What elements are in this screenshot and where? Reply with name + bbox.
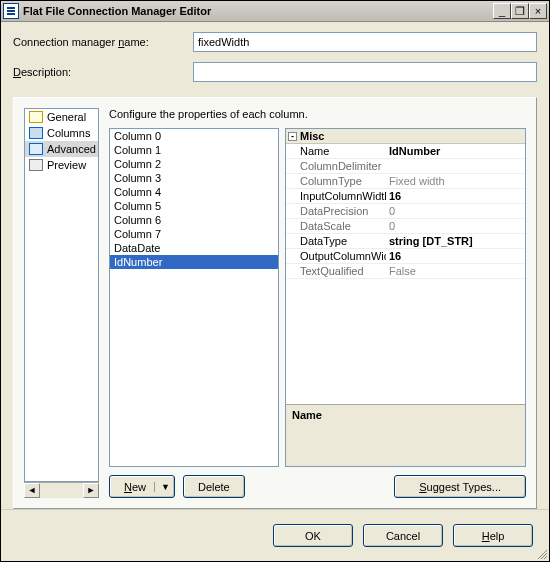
nav-item-label: Preview <box>47 159 86 171</box>
list-item[interactable]: Column 4 <box>110 185 278 199</box>
list-item[interactable]: Column 6 <box>110 213 278 227</box>
nav-item-advanced[interactable]: Advanced <box>25 141 98 157</box>
prop-key: TextQualified <box>286 264 386 278</box>
resize-grip[interactable] <box>535 547 547 559</box>
prop-key: ColumnType <box>286 174 386 188</box>
list-item[interactable]: Column 3 <box>110 171 278 185</box>
prop-row-columndelimiter[interactable]: ColumnDelimiter <box>286 159 525 174</box>
nav-item-label: Columns <box>47 127 90 139</box>
prop-value[interactable]: 0 <box>386 204 525 218</box>
new-button[interactable]: New ▼ <box>109 475 175 498</box>
prop-value[interactable]: False <box>386 264 525 278</box>
property-grid: - Misc Name IdNumber ColumnDelimiter <box>285 128 526 467</box>
window-buttons: _ ❐ × <box>493 3 547 19</box>
main-panel: General Columns Advanced Preview <box>13 97 537 509</box>
prop-value[interactable]: string [DT_STR] <box>386 234 525 248</box>
prop-row-dataprecision[interactable]: DataPrecision 0 <box>286 204 525 219</box>
prop-key: ColumnDelimiter <box>286 159 386 173</box>
list-item[interactable]: DataDate <box>110 241 278 255</box>
dialog-footer: OK Cancel Help <box>1 509 549 561</box>
property-grid-body: - Misc Name IdNumber ColumnDelimiter <box>286 129 525 404</box>
prop-value[interactable]: 16 <box>386 249 525 263</box>
scroll-track[interactable] <box>40 483 83 498</box>
prop-row-inputcolumnwidth[interactable]: InputColumnWidth 16 <box>286 189 525 204</box>
prop-key: InputColumnWidth <box>286 189 386 203</box>
property-description: Name <box>286 404 525 466</box>
prop-value[interactable]: 0 <box>386 219 525 233</box>
prop-row-datatype[interactable]: DataType string [DT_STR] <box>286 234 525 249</box>
nav-item-label: Advanced <box>47 143 96 155</box>
name-input[interactable] <box>193 32 537 52</box>
prop-key: DataPrecision <box>286 204 386 218</box>
list-item[interactable]: Column 2 <box>110 157 278 171</box>
prop-value[interactable]: Fixed width <box>386 174 525 188</box>
list-item[interactable]: IdNumber <box>110 255 278 269</box>
collapse-icon[interactable]: - <box>288 132 297 141</box>
ok-button[interactable]: OK <box>273 524 353 547</box>
name-label: Connection manager name: <box>13 36 193 48</box>
column-buttons: New ▼ Delete Suggest Types... <box>109 475 526 498</box>
prop-key: Name <box>286 144 386 158</box>
hint-text: Configure the properties of each column. <box>109 108 526 120</box>
delete-button[interactable]: Delete <box>183 475 245 498</box>
list-icon <box>29 111 43 123</box>
chevron-down-icon[interactable]: ▼ <box>154 482 170 492</box>
prop-row-datascale[interactable]: DataScale 0 <box>286 219 525 234</box>
list-item[interactable]: Column 1 <box>110 143 278 157</box>
dialog-window: Flat File Connection Manager Editor _ ❐ … <box>0 0 550 562</box>
nav-item-general[interactable]: General <box>25 109 98 125</box>
dialog-body: Connection manager name: Description: Ge… <box>1 22 549 509</box>
list-item[interactable]: Column 7 <box>110 227 278 241</box>
prop-row-outputcolumnwidth[interactable]: OutputColumnWidth 16 <box>286 249 525 264</box>
help-button[interactable]: Help <box>453 524 533 547</box>
prop-key: DataScale <box>286 219 386 233</box>
description-input[interactable] <box>193 62 537 82</box>
column-listbox[interactable]: Column 0 Column 1 Column 2 Column 3 Colu… <box>109 128 279 467</box>
nav-item-label: General <box>47 111 86 123</box>
prop-row-name[interactable]: Name IdNumber <box>286 144 525 159</box>
preview-icon <box>29 159 43 171</box>
prop-value[interactable]: 16 <box>386 189 525 203</box>
close-button[interactable]: × <box>529 3 547 19</box>
nav-item-preview[interactable]: Preview <box>25 157 98 173</box>
grid-icon <box>29 127 43 139</box>
prop-key: DataType <box>286 234 386 248</box>
prop-value[interactable]: IdNumber <box>386 144 525 158</box>
nav-list: General Columns Advanced Preview <box>24 108 99 482</box>
list-item[interactable]: Column 5 <box>110 199 278 213</box>
minimize-button[interactable]: _ <box>493 3 511 19</box>
scroll-right-button[interactable]: ► <box>83 483 99 498</box>
right-pane: Configure the properties of each column.… <box>109 108 526 498</box>
nav-column: General Columns Advanced Preview <box>24 108 99 498</box>
nav-item-columns[interactable]: Columns <box>25 125 98 141</box>
app-icon <box>3 3 19 19</box>
prop-row-textqualified[interactable]: TextQualified False <box>286 264 525 279</box>
window-title: Flat File Connection Manager Editor <box>23 5 493 17</box>
list-item[interactable]: Column 0 <box>110 129 278 143</box>
prop-row-columntype[interactable]: ColumnType Fixed width <box>286 174 525 189</box>
category-header[interactable]: - Misc <box>286 129 525 144</box>
restore-button[interactable]: ❐ <box>511 3 529 19</box>
property-description-title: Name <box>292 409 519 421</box>
cancel-button[interactable]: Cancel <box>363 524 443 547</box>
name-row: Connection manager name: <box>13 32 537 52</box>
description-label: Description: <box>13 66 193 78</box>
category-label: Misc <box>300 130 324 142</box>
scroll-left-button[interactable]: ◄ <box>24 483 40 498</box>
page-icon <box>29 143 43 155</box>
suggest-types-button[interactable]: Suggest Types... <box>394 475 526 498</box>
nav-scrollbar: ◄ ► <box>24 482 99 498</box>
titlebar: Flat File Connection Manager Editor _ ❐ … <box>1 1 549 22</box>
columns-area: Column 0 Column 1 Column 2 Column 3 Colu… <box>109 128 526 467</box>
description-row: Description: <box>13 62 537 82</box>
prop-value[interactable] <box>386 159 525 173</box>
prop-key: OutputColumnWidth <box>286 249 386 263</box>
